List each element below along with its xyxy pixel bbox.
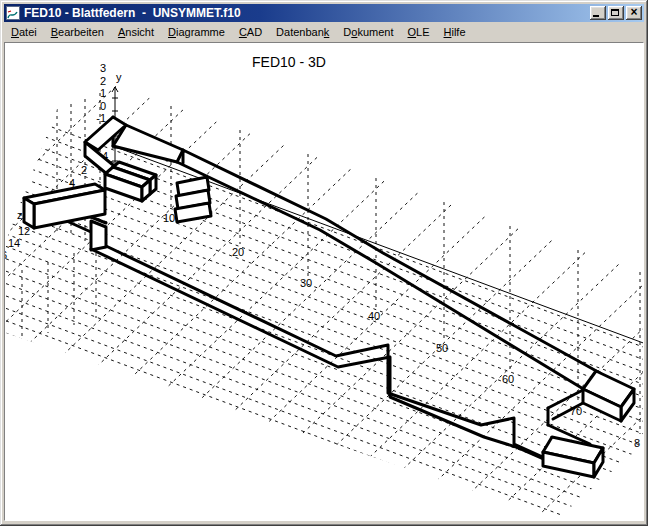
y-tick-label: 0 (100, 100, 106, 112)
maximize-button[interactable] (608, 6, 624, 20)
app-icon-art (7, 9, 19, 21)
y-tick-label: 1 (100, 87, 106, 99)
y-axis-letter: y (116, 71, 122, 83)
menu-bar: DateiBearbeitenAnsichtDiagrammeCADDatenb… (4, 23, 644, 41)
depth-tick-label: 2 (81, 164, 87, 176)
maximize-icon (611, 9, 619, 16)
minimize-icon (593, 15, 599, 17)
window-controls: × (588, 6, 642, 20)
x-tick-label: 40 (368, 310, 380, 322)
plot-canvas: FED10 - 3Dy3210-104248z01214610203040506… (5, 43, 643, 520)
menu-item-bearbeiten[interactable]: Bearbeiten (44, 24, 111, 40)
app-icon[interactable] (6, 6, 20, 20)
y-tick-label: 3 (100, 62, 106, 74)
minimize-button[interactable] (590, 6, 606, 20)
menu-item-hilfe[interactable]: Hilfe (437, 24, 473, 40)
menu-item-dokument[interactable]: Dokument (336, 24, 400, 40)
close-icon: × (626, 6, 642, 20)
depth-tick-label: 12 (18, 225, 30, 237)
menu-item-diagramme[interactable]: Diagramme (161, 24, 232, 40)
y-tick-label: 2 (100, 75, 106, 87)
x-tick-label: 60 (502, 373, 514, 385)
menu-item-datenbank[interactable]: Datenbank (269, 24, 336, 40)
window-title: FED10 - Blattfedern - UNSYMMET.f10 (24, 6, 588, 20)
menu-item-ole[interactable]: OLE (400, 24, 436, 40)
z-axis-letter: z (17, 209, 23, 221)
plot-client-area: FED10 - 3Dy3210-104248z01214610203040506… (4, 42, 644, 521)
depth-tick-label: 6 (5, 249, 7, 261)
x-tick-label: 50 (436, 342, 448, 354)
leaf-spring-wireframe (24, 117, 634, 477)
x-tick-label: 10 (163, 212, 175, 224)
y-tick-label: -1 (96, 112, 106, 124)
title-bar[interactable]: FED10 - Blattfedern - UNSYMMET.f10 × (4, 4, 644, 22)
x-tick-label: 8 (634, 437, 640, 449)
app-window: FED10 - Blattfedern - UNSYMMET.f10 × Dat… (0, 0, 648, 526)
menu-item-ansicht[interactable]: Ansicht (111, 24, 161, 40)
depth-tick-label: 14 (8, 237, 20, 249)
close-button[interactable]: × (626, 6, 642, 20)
menu-item-datei[interactable]: Datei (4, 24, 44, 40)
menu-item-cad[interactable]: CAD (232, 24, 269, 40)
x-tick-label: 30 (300, 277, 312, 289)
x-tick-label: 20 (232, 246, 244, 258)
plot-title: FED10 - 3D (252, 54, 326, 70)
